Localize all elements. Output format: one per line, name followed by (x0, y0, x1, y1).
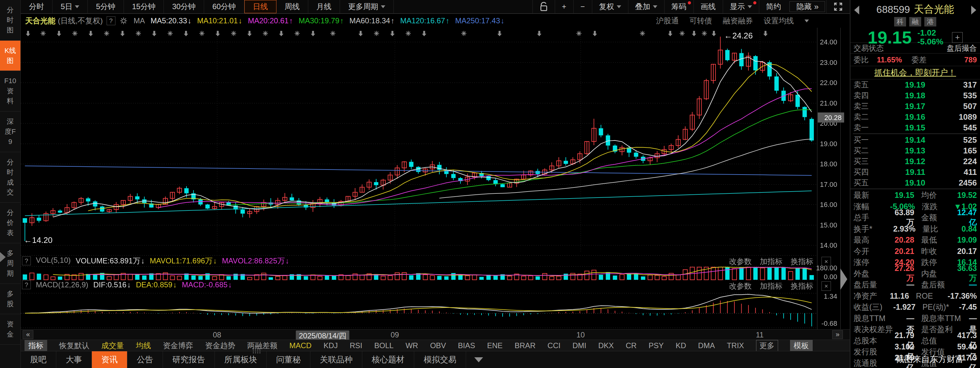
vol-close-icon[interactable]: × (821, 257, 831, 266)
stat-value: 2.93% (893, 224, 916, 234)
ask-row: 卖一19.15545 (850, 122, 980, 133)
macd-help-icon[interactable]: ? (22, 280, 31, 289)
sidebar-item-多股[interactable]: 多股 (0, 284, 21, 314)
bottom-tab-资讯[interactable]: 资讯 (92, 351, 127, 368)
indicator-OBV[interactable]: OBV (430, 341, 446, 350)
book-level-label: 卖四 (854, 90, 878, 101)
indicator-PSY[interactable]: PSY (649, 341, 663, 350)
indicator-指标[interactable]: 指标 (24, 340, 47, 351)
period-tab-周线[interactable]: 周线 (277, 0, 308, 13)
tool-显示[interactable]: 显示 (723, 0, 759, 13)
tool-+[interactable]: + (555, 0, 573, 13)
scroll-right-button[interactable]: » (832, 330, 843, 339)
vol-help-icon[interactable]: ? (22, 256, 31, 265)
indicator-TRIX[interactable]: TRIX (727, 341, 744, 350)
bottom-tab-模拟交易[interactable]: 模拟交易 (414, 351, 466, 368)
sidebar-item-多周期[interactable]: 多周期 (0, 243, 21, 284)
link-沪股通[interactable]: 沪股通 (656, 16, 679, 26)
sidebar-item-label: 分时成交 (5, 157, 16, 198)
period-tab-30分钟[interactable]: 30分钟 (164, 0, 204, 13)
indicator-DMI[interactable]: DMI (573, 341, 586, 350)
indicator-KD[interactable]: KD (676, 341, 686, 350)
bottom-tab-大事[interactable]: 大事 (56, 351, 92, 368)
indicator-MACD[interactable]: MACD (290, 341, 312, 350)
pane-button-换指标[interactable]: 换指标 (791, 256, 813, 267)
bottom-tab-关联品种[interactable]: 关联品种 (310, 351, 362, 368)
indicator-CCI[interactable]: CCI (547, 341, 560, 350)
indicator-BRAR[interactable]: BRAR (514, 341, 536, 350)
tool-筹码[interactable]: 筹码 (664, 0, 694, 13)
panel-collapse-arrow-icon[interactable] (840, 269, 847, 290)
book-price: 19.11 (878, 167, 925, 177)
indicator-恢复默认[interactable]: 恢复默认 (59, 341, 89, 351)
indicator-BOLL[interactable]: BOLL (374, 341, 393, 350)
period-tab-月线[interactable]: 月线 (308, 0, 340, 13)
tool-叠加[interactable]: 叠加 (628, 0, 664, 13)
indicator-资金博弈[interactable]: 资金博弈 (163, 341, 193, 351)
sidebar-item-深度F9[interactable]: 深度F9 (0, 112, 21, 152)
period-tab-日线[interactable]: 日线 (244, 0, 277, 13)
tool-−[interactable]: − (573, 0, 592, 13)
scroll-left-button[interactable]: « (23, 330, 33, 339)
sidebar-item-K线图[interactable]: K线图 (0, 41, 21, 71)
book-volume: 507 (936, 101, 977, 111)
pane-button-换指标[interactable]: 换指标 (791, 281, 813, 291)
period-tab-更多周期[interactable]: 更多周期 (340, 0, 394, 13)
pane-button-改参数[interactable]: 改参数 (729, 281, 752, 291)
macd-close-icon[interactable]: × (821, 282, 831, 291)
period-tab-5日[interactable]: 5日 (52, 0, 88, 13)
sidebar-item-F10资料[interactable]: F10资料 (0, 71, 21, 112)
collapse-chevron-icon[interactable] (474, 357, 483, 362)
indicator-资金趋势[interactable]: 资金趋势 (205, 341, 235, 351)
period-tab-60分钟[interactable]: 60分钟 (204, 0, 244, 13)
expand-icon[interactable] (826, 0, 850, 13)
bottom-tab-所属板块[interactable]: 所属板块 (215, 351, 267, 368)
sidebar-item-资金[interactable]: 资金 (0, 314, 21, 345)
unlock-icon[interactable] (533, 0, 555, 13)
indicator-DKX[interactable]: DKX (598, 341, 614, 350)
tool-复权[interactable]: 复权 (592, 0, 628, 13)
tool-隐藏[interactable]: 隐藏» (789, 1, 825, 12)
sidebar-item-分价表[interactable]: 分价表 (0, 203, 21, 243)
bottom-tab-股吧[interactable]: 股吧 (21, 351, 56, 368)
link-融资融券[interactable]: 融资融券 (723, 16, 753, 26)
indicator-WR[interactable]: WR (406, 341, 418, 350)
sidebar-item-分时图[interactable]: 分时图 (0, 0, 21, 41)
link-可转债[interactable]: 可转债 (689, 16, 712, 26)
indicator-模板[interactable]: 模板 (790, 340, 813, 351)
indicator-DMA[interactable]: DMA (698, 341, 715, 350)
bottom-tab-问董秘[interactable]: 问董秘 (267, 351, 310, 368)
indicator-ENE[interactable]: ENE (487, 341, 503, 350)
chart-stock-name: 天合光能 (25, 16, 55, 26)
bottom-tab-研究报告[interactable]: 研究报告 (163, 351, 215, 368)
tool-简约[interactable]: 简约 (759, 0, 788, 13)
period-tab-分时[interactable]: 分时 (21, 0, 52, 13)
indicator-均线[interactable]: 均线 (136, 341, 151, 351)
sidebar-expand-arrow-icon[interactable] (0, 252, 6, 262)
sidebar-item-分时成交[interactable]: 分时成交 (0, 152, 21, 203)
pane-button-加指标[interactable]: 加指标 (760, 281, 783, 291)
pane-button-加指标[interactable]: 加指标 (760, 256, 783, 267)
indicator-CR[interactable]: CR (626, 341, 637, 350)
open-account-link[interactable]: 抓住机会，即刻开户！ (874, 67, 956, 78)
period-tab-5分钟[interactable]: 5分钟 (88, 0, 124, 13)
bottom-tab-公告[interactable]: 公告 (127, 351, 163, 368)
indicator-成交量[interactable]: 成交量 (101, 341, 124, 351)
stat-label: 昨收 (921, 246, 956, 256)
period-tab-15分钟[interactable]: 15分钟 (124, 0, 164, 13)
ma-setting-link[interactable]: 设置均线 (764, 16, 794, 26)
indicator-更多[interactable]: 更多 (756, 340, 778, 351)
pane-button-改参数[interactable]: 改参数 (729, 256, 752, 267)
indicator-两融差额[interactable]: 两融差额 (247, 341, 277, 351)
add-to-watchlist-button[interactable]: + (952, 32, 963, 43)
indicator-KDJ[interactable]: KDJ (324, 341, 338, 350)
next-stock-icon[interactable] (971, 6, 976, 14)
prev-stock-icon[interactable] (854, 6, 859, 14)
drag-handle[interactable] (252, 348, 261, 353)
gear-icon[interactable] (119, 16, 128, 25)
indicator-RSI[interactable]: RSI (350, 341, 362, 350)
indicator-BIAS[interactable]: BIAS (458, 341, 475, 350)
bottom-tab-核心题材[interactable]: 核心题材 (362, 351, 414, 368)
help-icon[interactable]: ? (107, 16, 115, 25)
tool-画线[interactable]: 画线 (694, 0, 723, 13)
